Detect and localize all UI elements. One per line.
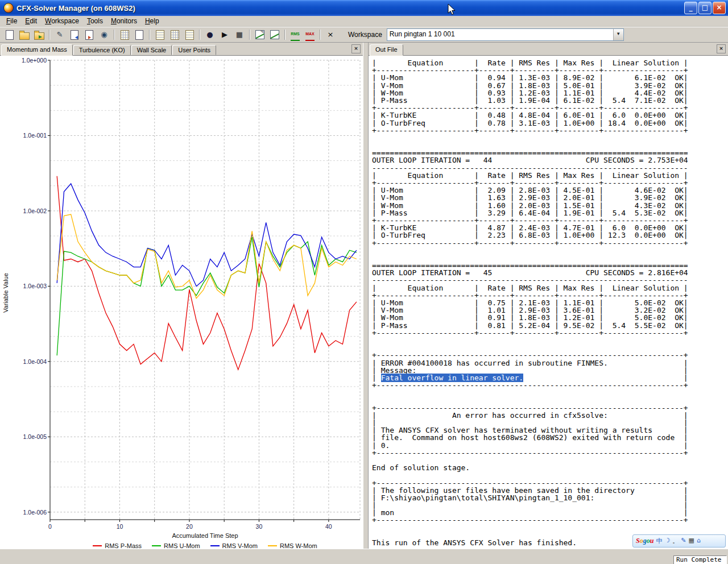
dropdown-arrow-icon[interactable]: ▼ (613, 29, 623, 40)
max-residuals-toggle[interactable]: MAX (303, 28, 317, 42)
legend-swatch (210, 545, 220, 546)
out-file-line: | Equation | Rate | RMS Res | Max Res | … (372, 284, 725, 292)
ime-settings-icon[interactable]: ⌂ (697, 537, 701, 545)
toolbar-separator (114, 30, 115, 40)
out-file-line (372, 524, 725, 532)
out-file-line (372, 134, 725, 142)
comments-button[interactable] (182, 28, 197, 42)
notes-button[interactable] (152, 28, 167, 42)
new-file-button[interactable] (2, 28, 17, 42)
minimize-button[interactable]: _ (684, 2, 697, 14)
menu-file[interactable]: File (2, 16, 21, 26)
rms-residuals-toggle[interactable]: RMS (288, 28, 303, 42)
tab-momentum-and-mass[interactable]: Momentum and Mass (1, 44, 73, 56)
legend-item: RMS U-Mom (152, 542, 200, 549)
table-viewer-button[interactable] (167, 28, 182, 42)
out-file-line: | file. Command on host host608ws2 (608W… (372, 434, 725, 441)
legend-label: RMS P-Mass (105, 542, 142, 549)
restart-solver-button[interactable]: ● (202, 28, 217, 42)
workspace-combobox[interactable]: Run pingtan 1 10 001 ▼ (387, 28, 624, 41)
main-area: Momentum and MassTurbulence (KO)Wall Sca… (0, 43, 728, 549)
workspace-label: Workspace (348, 31, 382, 39)
new-monitor-icon (255, 30, 264, 39)
out-file-line: End of solution stage. (372, 464, 725, 471)
half-shape-icon[interactable]: ☽ (664, 537, 670, 545)
tab-out-file[interactable]: Out File (370, 44, 403, 56)
tab-user-points[interactable]: User Points (172, 45, 216, 55)
out-file-panel: Out File × | Equation | Rate | RMS Res |… (369, 43, 728, 549)
close-plot-icon: × (328, 29, 334, 40)
out-file-line (372, 471, 725, 479)
cn-punctuation-icon[interactable]: 。 (672, 537, 679, 545)
out-file-line: | V-Mom | 0.67 | 1.8E-03 | 5.0E-01 | 3.9… (372, 82, 725, 89)
out-file-line: +---------------------------------------… (372, 381, 725, 389)
menu-edit[interactable]: Edit (21, 16, 41, 26)
x-axis-label: Accumulated Time Step (50, 532, 360, 539)
start-solver-button[interactable]: ▶ (217, 28, 232, 42)
edit-definition-button[interactable]: ✎ (52, 28, 67, 42)
workspace-combobox-value: Run pingtan 1 10 001 (387, 29, 613, 40)
new-monitor-button[interactable] (253, 28, 267, 42)
series-rms-p-mass (57, 176, 357, 370)
app-window: CFX-Solver Manager (on 608WS2) _□× FileE… (0, 0, 728, 564)
out-file-line: +----------------------+-------+--------… (372, 127, 725, 134)
toolbar-buttons: ✎◉●▶■RMSMAX× (2, 28, 338, 42)
sogou-ime-bar[interactable]: Sogou 中☽。✎▦⌂ (632, 534, 726, 548)
title-bar[interactable]: CFX-Solver Manager (on 608WS2) _□× (0, 0, 728, 16)
close-out-file-tab-button[interactable]: × (717, 44, 726, 53)
monitor-tabstrip: Momentum and MassTurbulence (KO)Wall Sca… (0, 43, 363, 56)
out-file-viewer-button[interactable] (132, 28, 147, 42)
y-tick-label: 1.0e-005 (10, 433, 47, 440)
out-file-tabs: Out File (370, 44, 717, 55)
out-file-line: | W-Mom | 0.91 | 1.8E-03 | 1.2E-01 | 5.0… (372, 314, 725, 321)
out-file-line: +----------------------+-------+--------… (372, 239, 725, 247)
y-axis-label: Variable Value (2, 273, 9, 313)
export-ccl-button[interactable] (82, 28, 97, 42)
import-ccl-button[interactable] (67, 28, 82, 42)
out-file-line: +---------------------------------------… (372, 351, 725, 359)
out-file-line (372, 396, 725, 404)
report-viewer-icon (121, 30, 129, 40)
chinese-mode-icon[interactable]: 中 (656, 537, 662, 545)
toolbar-separator (249, 30, 250, 40)
report-viewer-button[interactable] (117, 28, 132, 42)
open-file-button[interactable] (17, 28, 32, 42)
out-file-line: | W-Mom | 0.93 | 1.2E-03 | 1.1E-01 | 4.4… (372, 89, 725, 97)
close-plot-button[interactable]: × (323, 28, 338, 42)
tab-turbulence-ko-[interactable]: Turbulence (KO) (73, 45, 131, 55)
out-file-line: | U-Mom | 0.94 | 1.3E-03 | 8.9E-02 | 6.1… (372, 74, 725, 81)
close-monitor-tab-button[interactable]: × (351, 44, 361, 53)
soft-keyboard-icon[interactable]: ▦ (688, 537, 694, 545)
chart-properties-button[interactable] (267, 28, 282, 42)
out-file-text[interactable]: | Equation | Rate | RMS Res | Max Res | … (369, 56, 728, 549)
out-file-line: ----------------------------------------… (372, 276, 725, 284)
menu-tools[interactable]: Tools (83, 16, 107, 26)
panel-splitter[interactable] (363, 43, 369, 549)
out-file-line: | O-TurbFreq | 2.23 | 6.8E-03 | 1.0E+00 … (372, 231, 725, 239)
y-tick-label: 1.0e-002 (10, 208, 47, 214)
stop-solver-icon: ■ (236, 29, 243, 40)
out-file-line: | 0. | (372, 442, 725, 449)
restart-solver-icon: ● (206, 29, 213, 40)
monitor-tabs: Momentum and MassTurbulence (KO)Wall Sca… (1, 43, 351, 55)
stop-solver-button[interactable]: ■ (232, 28, 247, 42)
tab-wall-scale[interactable]: Wall Scale (131, 45, 172, 55)
new-file-icon (6, 30, 14, 40)
menu-workspace[interactable]: Workspace (41, 16, 83, 26)
out-file-line: | O-TurbFreq | 0.78 | 3.1E-03 | 1.0E+00 … (372, 119, 725, 127)
out-file-line: | ERROR #004100018 has occurred in subro… (372, 359, 725, 367)
menu-monitors[interactable]: Monitors (107, 16, 141, 26)
view-monitors-button[interactable]: ◉ (97, 28, 111, 42)
maximize-button[interactable]: □ (698, 2, 712, 14)
toolbar-separator (320, 30, 321, 40)
monitor-panel: Momentum and MassTurbulence (KO)Wall Sca… (0, 43, 363, 549)
menu-help[interactable]: Help (141, 16, 163, 26)
x-tick-label: 10 (108, 523, 131, 530)
close-button[interactable]: × (713, 2, 726, 14)
status-bar: Run Complete (0, 549, 728, 564)
out-file-line: +---------------------------------------… (372, 516, 725, 524)
mouse-cursor (448, 3, 457, 16)
handwriting-icon[interactable]: ✎ (681, 537, 686, 545)
legend-item: RMS W-Mom (268, 542, 317, 549)
save-run-button[interactable] (32, 28, 47, 42)
